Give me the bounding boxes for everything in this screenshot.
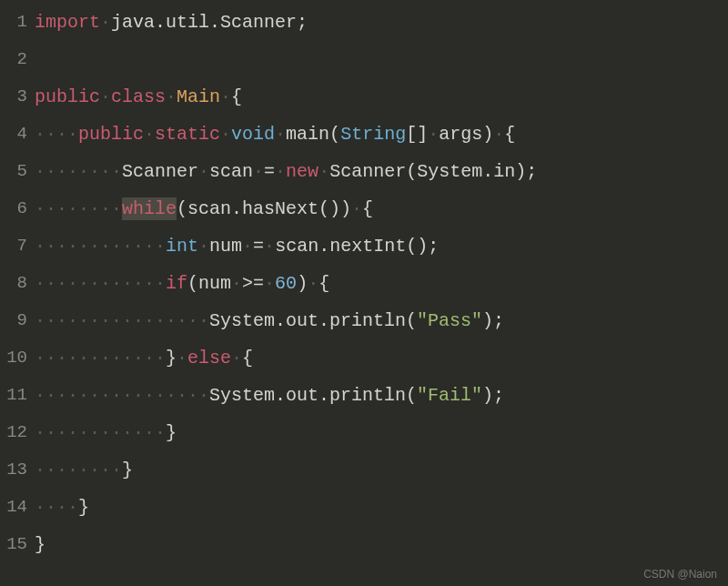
code-line: ················System.out.println("Fail… — [35, 377, 728, 414]
code-line: ····public·static·void·main(String[]·arg… — [35, 116, 728, 153]
line-number: 6 — [0, 190, 27, 227]
line-number: 13 — [0, 451, 27, 489]
code-editor[interactable]: 1 2 3 4 5 6 7 8 9 10 11 12 13 14 15 impo… — [0, 0, 728, 563]
line-number: 7 — [0, 227, 27, 265]
line-number: 12 — [0, 414, 27, 451]
line-number: 11 — [0, 377, 27, 414]
line-number: 1 — [0, 4, 27, 41]
line-number-gutter: 1 2 3 4 5 6 7 8 9 10 11 12 13 14 15 — [0, 4, 35, 563]
code-line: public·class·Main·{ — [35, 78, 728, 116]
line-number: 4 — [0, 116, 27, 153]
code-line: ········} — [35, 451, 728, 489]
code-line: import·java.util.Scanner; — [35, 4, 728, 41]
line-number: 2 — [0, 41, 27, 78]
line-number: 8 — [0, 265, 27, 302]
line-number: 9 — [0, 302, 27, 339]
code-area[interactable]: import·java.util.Scanner; public·class·M… — [35, 4, 728, 563]
line-number: 14 — [0, 489, 27, 526]
code-line: ········while(scan.hasNext())·{ — [35, 190, 728, 227]
line-number: 5 — [0, 153, 27, 190]
code-line: ············if(num·>=·60)·{ — [35, 265, 728, 302]
code-line: ············} — [35, 414, 728, 451]
code-line: ········Scanner·scan·=·new·Scanner(Syste… — [35, 153, 728, 190]
code-line — [35, 41, 728, 78]
code-line: ····} — [35, 489, 728, 526]
code-line: ············int·num·=·scan.nextInt(); — [35, 227, 728, 265]
line-number: 10 — [0, 339, 27, 377]
code-line: ················System.out.println("Pass… — [35, 302, 728, 339]
code-line: } — [35, 526, 728, 563]
line-number: 15 — [0, 526, 27, 563]
code-line: ············}·else·{ — [35, 339, 728, 377]
watermark: CSDN @Naion — [643, 568, 717, 581]
line-number: 3 — [0, 78, 27, 116]
